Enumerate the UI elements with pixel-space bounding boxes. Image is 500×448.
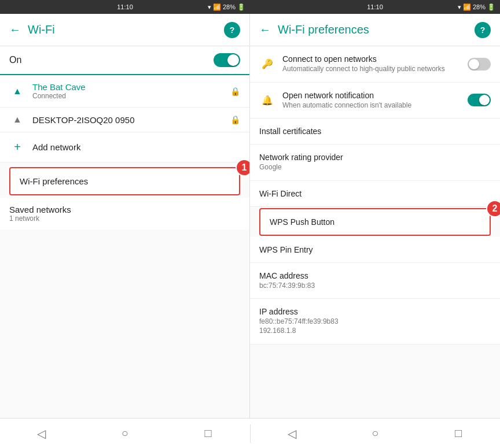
left-time: 11:10 [117,3,133,10]
connect-open-networks-sub: Automatically connect to high-quality pu… [282,65,461,74]
network-rating-provider-item[interactable]: Network rating provider Google [250,145,500,181]
left-home-nav-button[interactable]: ○ [111,420,139,447]
open-network-notification-toggle[interactable] [468,94,491,106]
install-certificates-item[interactable]: Install certificates [250,119,500,145]
wifi-toggle[interactable] [214,53,240,67]
left-nav: ◁ ○ □ [0,419,250,448]
left-wifi-icon: ▾ [208,3,211,11]
right-wifi-icon: ▾ [458,3,461,11]
bottom-nav: ◁ ○ □ ◁ ○ □ [0,418,500,448]
wps-push-button-item[interactable]: WPS Push Button [259,208,491,236]
left-back-nav-button[interactable]: ◁ [28,420,56,447]
left-recent-nav-button[interactable]: □ [194,420,222,447]
badge-2: 2 [486,200,500,217]
right-battery-label: 28% [473,3,486,10]
mac-address-item: MAC address bc:75:74:39:9b:83 [250,263,500,299]
network-item-bat-cave[interactable]: ▲ The Bat Cave Connected 🔒 [0,75,249,108]
right-home-nav-button[interactable]: ○ [361,420,389,447]
wps-push-button-title: WPS Push Button [270,217,480,227]
connect-open-networks-item[interactable]: 🔑 Connect to open networks Automatically… [250,46,500,83]
badge-1: 1 [236,159,249,176]
lock-icon-bat-cave: 🔒 [230,87,240,96]
network-status-bat-cave: Connected [32,92,223,100]
wifi-icon-desktop: ▲ [9,114,25,125]
wps-pin-entry-item[interactable]: WPS Pin Entry [250,237,500,263]
connect-open-networks-toggle[interactable] [468,58,491,71]
right-recent-nav-button[interactable]: □ [444,420,472,447]
right-panel-title: Wi-Fi preferences [278,23,468,36]
mac-address-value: bc:75:74:39:9b:83 [259,282,491,291]
network-rating-provider-sub: Google [259,163,491,172]
network-name-bat-cave: The Bat Cave [32,82,223,92]
wps-pin-entry-title: WPS Pin Entry [259,245,491,254]
notification-icon: 🔔 [259,95,275,106]
left-signal-icon: 📶 [213,3,221,11]
left-panel-title: Wi-Fi [28,23,217,36]
ip-address-title: IP address [259,307,491,316]
wifi-direct-item[interactable]: Wi-Fi Direct [250,181,500,207]
ip-address-item: IP address fe80::be75:74ff:fe39:9b83 192… [250,299,500,344]
install-certificates-title: Install certificates [259,127,491,136]
network-name-desktop: DESKTOP-2ISOQ20 0950 [32,115,223,125]
saved-networks-label: Saved networks [9,205,240,214]
right-battery-icon: 🔋 [487,3,495,11]
right-signal-icon: 📶 [463,3,471,11]
wifi-icon-bat-cave: ▲ [9,86,25,97]
open-network-notification-sub: When automatic connection isn't availabl… [282,101,461,110]
right-header: ← Wi-Fi preferences ? [250,14,500,46]
wifi-direct-title: Wi-Fi Direct [259,189,491,198]
saved-networks-sub: 1 network [9,214,240,223]
left-help-button[interactable]: ? [224,22,240,38]
ip-address-value: fe80::be75:74ff:fe39:9b83 192.168.1.8 [259,317,491,335]
open-network-notification-title: Open network notification [282,91,461,100]
wifi-toggle-row: On [0,46,249,75]
left-header: ← Wi-Fi ? [0,14,249,46]
connect-open-networks-title: Connect to open networks [282,54,461,64]
wifi-preferences-label: Wi-Fi preferences [20,176,88,186]
left-battery-label: 28% [223,3,236,10]
wifi-toggle-label: On [9,55,214,65]
lock-icon-desktop: 🔒 [230,115,240,124]
add-network-item[interactable]: + Add network [0,132,249,162]
mac-address-title: MAC address [259,271,491,280]
add-icon: + [9,140,25,154]
saved-networks-item[interactable]: Saved networks 1 network [0,198,249,229]
open-network-notification-item[interactable]: 🔔 Open network notification When automat… [250,83,500,119]
left-battery-icon: 🔋 [237,3,245,11]
key-icon: 🔑 [259,58,275,69]
add-network-label: Add network [32,142,80,152]
right-time: 11:10 [367,3,383,10]
left-back-button[interactable]: ← [9,23,21,36]
network-rating-provider-title: Network rating provider [259,153,491,162]
right-back-nav-button[interactable]: ◁ [278,420,306,447]
right-help-button[interactable]: ? [475,22,491,38]
wifi-preferences-item[interactable]: Wi-Fi preferences [9,167,240,195]
right-nav: ◁ ○ □ [251,419,501,448]
network-item-desktop[interactable]: ▲ DESKTOP-2ISOQ20 0950 🔒 [0,108,249,132]
right-back-button[interactable]: ← [259,23,271,36]
